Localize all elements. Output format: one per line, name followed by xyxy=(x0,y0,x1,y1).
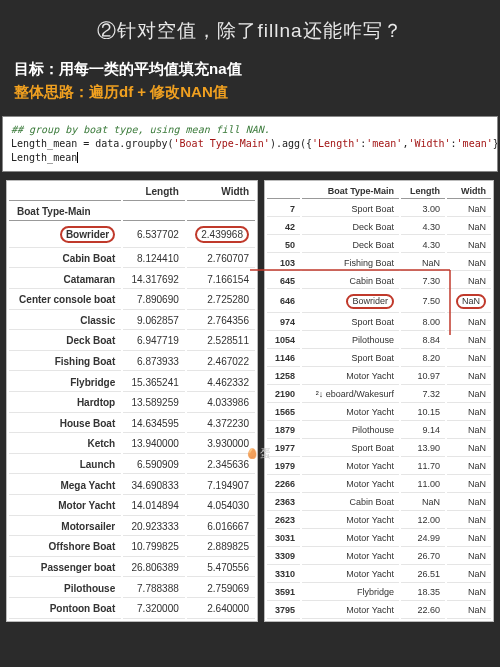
table-row: 1258Motor Yacht10.97NaN xyxy=(267,369,491,385)
table-row: 646Bowrider7.50NaN xyxy=(267,291,491,313)
table-header-row: Boat Type-Main Length Width xyxy=(267,183,491,199)
table-row: Flybridge15.3652414.462332 xyxy=(9,373,255,392)
mean-table: Length Width Boat Type-Main Bowrider6.53… xyxy=(6,180,258,622)
code-comment: ## group by boat type, using mean fill N… xyxy=(11,124,270,135)
table-row: Fishing Boat6.8739332.467022 xyxy=(9,353,255,372)
col-type: Boat Type-Main xyxy=(302,183,399,199)
table-row: 3309Motor Yacht26.70NaN xyxy=(267,549,491,565)
table-row: Bowrider6.5377022.439968 xyxy=(9,223,255,248)
table-row: 1979Motor Yacht11.70NaN xyxy=(267,459,491,475)
strategy-line: 整体思路：遍历df + 修改NAN值 xyxy=(0,83,500,112)
table-row: Ketch13.9400003.930000 xyxy=(9,435,255,454)
table-index-name-row: Boat Type-Main xyxy=(9,203,255,221)
col-width: Width xyxy=(447,183,491,199)
table-row: Catamaran14.3176927.166154 xyxy=(9,270,255,289)
table-row: 2266Motor Yacht11.00NaN xyxy=(267,477,491,493)
table-row: House Boat14.6345954.372230 xyxy=(9,415,255,434)
table-row: 3795Motor Yacht22.60NaN xyxy=(267,603,491,619)
table-row: Offshore Boat10.7998252.889825 xyxy=(9,538,255,557)
table-row: Pontoon Boat7.3200002.640000 xyxy=(9,600,255,619)
table-row: Cabin Boat8.1244102.760707 xyxy=(9,250,255,269)
nan-table: Boat Type-Main Length Width 7Sport Boat3… xyxy=(264,180,494,622)
table-row: 1977Sport Boat13.90NaN xyxy=(267,441,491,457)
goal-text: 用每一类的平均值填充na值 xyxy=(59,60,242,77)
table-row: Motorsailer20.9233336.016667 xyxy=(9,518,255,537)
page-title: ②针对空值，除了fillna还能咋写？ xyxy=(0,0,500,54)
table-row: 645Cabin Boat7.30NaN xyxy=(267,273,491,289)
table-row: Classic9.0628572.764356 xyxy=(9,312,255,331)
strategy-text: 遍历df + 修改NAN值 xyxy=(89,83,228,100)
table-row: 2190²↓ eboard/Wakesurf7.32NaN xyxy=(267,387,491,403)
table-row: 1879Pilothouse9.14NaN xyxy=(267,423,491,439)
table-row: Deck Boat6.9477192.528511 xyxy=(9,332,255,351)
code-cell[interactable]: ## group by boat type, using mean fill N… xyxy=(2,116,498,172)
table-row: 42Deck Boat4.30NaN xyxy=(267,219,491,235)
col-length: Length xyxy=(123,183,185,201)
table-row: Mega Yacht34.6908337.194907 xyxy=(9,476,255,495)
index-name: Boat Type-Main xyxy=(9,203,121,221)
col-idx xyxy=(267,183,300,199)
table-row: 3031Motor Yacht24.99NaN xyxy=(267,531,491,547)
col-width: Width xyxy=(187,183,255,201)
tables-container: Length Width Boat Type-Main Bowrider6.53… xyxy=(0,180,500,622)
table-row: 1054Pilothouse8.84NaN xyxy=(267,333,491,349)
table-row: 3591Flybridge18.35NaN xyxy=(267,585,491,601)
table-row: 974Sport Boat8.00NaN xyxy=(267,315,491,331)
table-row: 2623Motor Yacht12.00NaN xyxy=(267,513,491,529)
table-row: Launch6.5909092.345636 xyxy=(9,456,255,475)
table-row: Motor Yacht14.0148944.054030 xyxy=(9,497,255,516)
table-row: 2363Cabin BoatNaNNaN xyxy=(267,495,491,511)
col-index xyxy=(9,183,121,201)
table-row: Pilothouse7.7883882.759069 xyxy=(9,579,255,598)
table-row: 1565Motor Yacht10.15NaN xyxy=(267,405,491,421)
table-row: 3310Motor Yacht26.51NaN xyxy=(267,567,491,583)
col-length: Length xyxy=(401,183,445,199)
goal-label: 目标： xyxy=(14,60,59,77)
table-row: Passenger boat26.8063895.470556 xyxy=(9,559,255,578)
code-line-3: Length_mean xyxy=(11,152,78,163)
strategy-label: 整体思路： xyxy=(14,83,89,100)
table-row: Center console boat7.8906902.725280 xyxy=(9,291,255,310)
overlay-egg-icon: 蛋 xyxy=(246,446,271,461)
table-row: 7Sport Boat3.00NaN xyxy=(267,201,491,217)
table-row: Hardtop13.5892594.033986 xyxy=(9,394,255,413)
table-row: 1146Sport Boat8.20NaN xyxy=(267,351,491,367)
goal-line: 目标：用每一类的平均值填充na值 xyxy=(0,54,500,83)
code-line-2: Length_mean = data.groupby('Boat Type-Ma… xyxy=(11,138,498,149)
table-row: 50Deck Boat4.30NaN xyxy=(267,237,491,253)
table-header-row: Length Width xyxy=(9,183,255,201)
table-row: 103Fishing BoatNaNNaN xyxy=(267,255,491,271)
